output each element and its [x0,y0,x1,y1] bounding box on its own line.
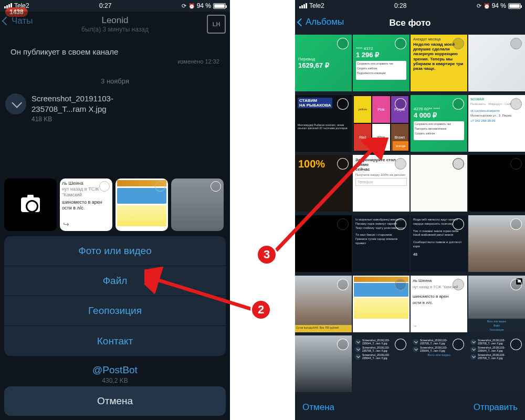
annotation-arrow-2 [144,249,265,318]
photo-cell[interactable]: SCOBAR Позвонить Маршрут Сайт vk.com/esc… [468,95,525,152]
statusbar-left: Tele2 0:27 94 % [0,0,230,12]
amount: 1 296 ₽ [356,51,406,59]
carrier-label: Tele2 [309,2,324,9]
select-circle[interactable] [453,98,464,110]
camera-button[interactable] [4,178,57,231]
photo-cell[interactable] [411,155,467,212]
photo-cell[interactable] [468,215,525,272]
date-separator: 3 ноября [0,77,230,85]
message-text: Он публикует в своем канале изменено 12:… [5,44,225,68]
share-icon: ↪ [63,220,69,228]
photo-thumb[interactable] [171,178,224,231]
picker-header: Альбомы Все фото [295,12,525,35]
select-circle[interactable] [510,279,522,290]
select-circle[interactable] [453,38,464,49]
select-circle[interactable] [453,158,464,170]
photo-cell[interactable]: Screenshot_20191103- 235708_T...ram X.jp… [468,335,525,392]
photo-thumb[interactable] [116,178,168,231]
select-circle[interactable] [337,38,349,49]
left-phone: Tele2 0:27 94 % 1438 Чаты Leonid был(а) … [0,0,230,420]
battery-pct: 94 % [492,2,506,9]
annotation-arrow-3 [274,138,400,258]
picker-title: Все фото [389,18,430,28]
battery-icon [213,3,226,9]
message-meta: изменено 12:32 [10,58,219,65]
postbot-option[interactable]: @PostBot [4,360,226,377]
select-circle[interactable] [337,279,349,290]
cancel-button[interactable]: Отмена [4,386,226,416]
picker-toolbar: Отмена Отправить [295,395,525,420]
recent-thumbs: ль Шеина нут назад в ТСЖ "Камский шиноме… [4,178,226,231]
photo-thumb[interactable]: ль Шеина нут назад в ТСЖ "Камский шиноме… [60,178,112,231]
select-circle[interactable] [453,218,464,230]
select-circle[interactable] [395,98,406,110]
amount: 4 000 ₽ [414,111,464,119]
select-circle[interactable] [510,98,522,110]
select-circle[interactable] [99,181,110,192]
svg-line-1 [152,278,254,310]
battery-icon [508,3,521,9]
photo-cell[interactable] [468,155,525,212]
clock: 0:27 [99,2,111,9]
photo-cell[interactable]: Screenshot_20191103- 235708_T...ram X.jp… [411,335,467,392]
rotation-lock-icon [182,2,186,9]
photo-cell[interactable]: Screenshot_20191103- 235644_T...ram X.jp… [353,335,410,392]
select-circle[interactable] [510,218,522,230]
albums-label: Альбомы [306,17,344,27]
annotation-badge-2: 2 [250,299,271,320]
statusbar-right: Tele2 0:28 94 % [295,0,525,12]
photo-cell[interactable]: 4276 60** **** 4 000 ₽ Сохранить или отп… [411,95,467,152]
photo-cell[interactable]: Перевод1629,67 ₽ [295,35,352,91]
select-circle[interactable] [395,279,406,290]
photo-cell[interactable]: ль Шеина нут назад в ТСЖ "Камский шиноме… [411,276,467,332]
photo-cell[interactable] [295,335,352,392]
file-name-line1: Screenshot_20191103- [32,93,113,104]
photo-cell[interactable]: **** 4372 1 296 ₽ Сохранить или отправит… [353,35,410,91]
camera-icon [21,197,40,212]
albums-back-button[interactable]: Альбомы [298,17,344,27]
file-size: 418 KB [32,115,113,123]
alarm-icon [484,2,490,9]
select-circle[interactable] [453,279,464,290]
photo-cell[interactable]: Фото или видео Файл Геопозиция [468,276,525,332]
select-circle[interactable] [211,181,221,192]
file-message[interactable]: Screenshot_20191103- 235708_T...ram X.jp… [0,91,230,125]
file-name-line2: 235708_T...ram X.jpg [32,104,113,114]
picker-cancel-button[interactable]: Отмена [302,402,334,413]
svg-line-3 [276,145,376,250]
annotation-badge-3: 3 [256,244,277,265]
download-icon[interactable] [5,93,26,114]
contact-option[interactable]: Контакт [4,326,226,356]
photo-cell[interactable]: Анекдот месяца Неделю назад моей девушке… [411,35,467,91]
photo-cell[interactable]: Сутки выгодыААА. Все 700 рублей [295,276,352,332]
select-circle[interactable] [337,98,349,110]
rotation-lock-icon [477,2,481,9]
signal-icon [299,3,307,8]
select-circle[interactable] [395,38,406,49]
select-circle[interactable] [155,181,165,192]
picker-send-button[interactable]: Отправить [474,402,518,413]
select-circle[interactable] [337,339,349,350]
battery-pct: 94 % [197,2,211,9]
photo-cell[interactable] [353,276,410,332]
photo-cell[interactable]: Roga teбi напасло ждут каза Исердце накр… [411,215,467,272]
clock: 0:28 [394,2,406,9]
select-circle[interactable] [510,158,522,170]
alarm-icon [188,2,195,9]
chevron-left-icon [297,18,306,26]
file-size-2: 430,2 KB [4,377,226,386]
select-circle[interactable] [510,38,522,49]
photo-cell[interactable] [468,35,525,91]
